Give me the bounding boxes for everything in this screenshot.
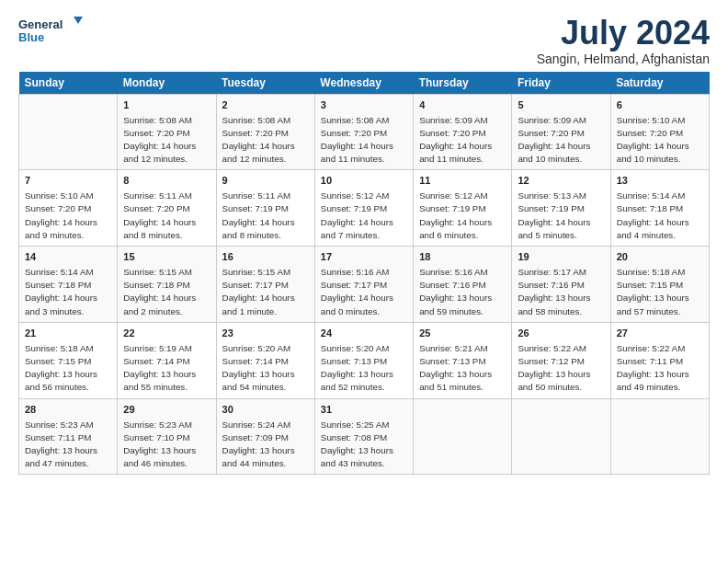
logo-svg: General Blue bbox=[18, 15, 83, 48]
week-row-4: 21Sunrise: 5:18 AM Sunset: 7:15 PM Dayli… bbox=[19, 322, 710, 398]
main-title: July 2024 bbox=[537, 15, 710, 52]
calendar-cell bbox=[19, 94, 118, 170]
day-info: Sunrise: 5:12 AM Sunset: 7:19 PM Dayligh… bbox=[419, 190, 506, 242]
calendar-cell: 13Sunrise: 5:14 AM Sunset: 7:18 PM Dayli… bbox=[610, 170, 709, 247]
day-info: Sunrise: 5:22 AM Sunset: 7:12 PM Dayligh… bbox=[518, 342, 604, 395]
week-row-2: 7Sunrise: 5:10 AM Sunset: 7:20 PM Daylig… bbox=[19, 170, 710, 247]
calendar-cell: 3Sunrise: 5:08 AM Sunset: 7:20 PM Daylig… bbox=[314, 94, 413, 170]
calendar-cell: 19Sunrise: 5:17 AM Sunset: 7:16 PM Dayli… bbox=[512, 247, 610, 323]
day-info: Sunrise: 5:12 AM Sunset: 7:19 PM Dayligh… bbox=[321, 190, 407, 242]
calendar-cell: 25Sunrise: 5:21 AM Sunset: 7:13 PM Dayli… bbox=[414, 322, 512, 398]
day-number: 14 bbox=[25, 250, 111, 265]
header: General Blue July 2024 Sangin, Helmand, … bbox=[18, 15, 710, 66]
week-row-5: 28Sunrise: 5:23 AM Sunset: 7:11 PM Dayli… bbox=[19, 398, 710, 475]
day-number: 17 bbox=[321, 250, 407, 265]
week-row-3: 14Sunrise: 5:14 AM Sunset: 7:18 PM Dayli… bbox=[19, 247, 710, 323]
title-block: July 2024 Sangin, Helmand, Afghanistan bbox=[537, 15, 710, 66]
calendar-cell: 8Sunrise: 5:11 AM Sunset: 7:20 PM Daylig… bbox=[118, 170, 216, 247]
day-info: Sunrise: 5:11 AM Sunset: 7:20 PM Dayligh… bbox=[123, 190, 210, 242]
day-number: 27 bbox=[617, 327, 703, 341]
calendar-cell: 4Sunrise: 5:09 AM Sunset: 7:20 PM Daylig… bbox=[414, 94, 512, 170]
day-number: 13 bbox=[617, 174, 703, 189]
day-info: Sunrise: 5:08 AM Sunset: 7:20 PM Dayligh… bbox=[123, 114, 210, 167]
calendar-cell: 17Sunrise: 5:16 AM Sunset: 7:17 PM Dayli… bbox=[314, 247, 413, 323]
calendar-body: 1Sunrise: 5:08 AM Sunset: 7:20 PM Daylig… bbox=[19, 94, 710, 475]
day-number: 3 bbox=[321, 98, 407, 113]
day-number: 15 bbox=[123, 250, 210, 265]
day-info: Sunrise: 5:20 AM Sunset: 7:13 PM Dayligh… bbox=[321, 342, 407, 395]
calendar-cell: 22Sunrise: 5:19 AM Sunset: 7:14 PM Dayli… bbox=[118, 322, 216, 398]
day-info: Sunrise: 5:15 AM Sunset: 7:18 PM Dayligh… bbox=[123, 266, 210, 318]
day-info: Sunrise: 5:18 AM Sunset: 7:15 PM Dayligh… bbox=[25, 342, 111, 395]
svg-marker-2 bbox=[74, 17, 83, 24]
calendar-cell: 6Sunrise: 5:10 AM Sunset: 7:20 PM Daylig… bbox=[610, 94, 709, 170]
day-number: 10 bbox=[321, 174, 407, 189]
day-number: 1 bbox=[123, 98, 210, 113]
day-number: 12 bbox=[518, 174, 604, 189]
day-number: 19 bbox=[518, 250, 604, 265]
day-number: 24 bbox=[321, 327, 407, 341]
calendar-cell: 15Sunrise: 5:15 AM Sunset: 7:18 PM Dayli… bbox=[118, 247, 216, 323]
header-monday: Monday bbox=[118, 72, 216, 95]
calendar-cell: 30Sunrise: 5:24 AM Sunset: 7:09 PM Dayli… bbox=[216, 398, 314, 475]
day-number: 28 bbox=[25, 403, 111, 418]
day-number: 31 bbox=[321, 403, 407, 418]
day-info: Sunrise: 5:22 AM Sunset: 7:11 PM Dayligh… bbox=[617, 342, 703, 395]
subtitle: Sangin, Helmand, Afghanistan bbox=[537, 52, 710, 66]
day-number: 9 bbox=[222, 174, 309, 189]
day-number: 6 bbox=[617, 98, 703, 113]
calendar-header-row: SundayMondayTuesdayWednesdayThursdayFrid… bbox=[19, 72, 710, 95]
header-tuesday: Tuesday bbox=[216, 72, 314, 95]
calendar-cell: 28Sunrise: 5:23 AM Sunset: 7:11 PM Dayli… bbox=[19, 398, 118, 475]
day-number: 23 bbox=[222, 327, 309, 341]
day-info: Sunrise: 5:21 AM Sunset: 7:13 PM Dayligh… bbox=[419, 342, 506, 395]
day-info: Sunrise: 5:23 AM Sunset: 7:11 PM Dayligh… bbox=[25, 419, 111, 471]
day-number: 7 bbox=[25, 174, 111, 189]
calendar-cell: 5Sunrise: 5:09 AM Sunset: 7:20 PM Daylig… bbox=[512, 94, 610, 170]
day-number: 8 bbox=[123, 174, 210, 189]
day-info: Sunrise: 5:14 AM Sunset: 7:18 PM Dayligh… bbox=[25, 266, 111, 318]
calendar-cell: 26Sunrise: 5:22 AM Sunset: 7:12 PM Dayli… bbox=[512, 322, 610, 398]
day-number: 18 bbox=[419, 250, 506, 265]
header-friday: Friday bbox=[512, 72, 610, 95]
day-info: Sunrise: 5:15 AM Sunset: 7:17 PM Dayligh… bbox=[222, 266, 309, 318]
day-info: Sunrise: 5:16 AM Sunset: 7:16 PM Dayligh… bbox=[419, 266, 506, 318]
day-info: Sunrise: 5:08 AM Sunset: 7:20 PM Dayligh… bbox=[222, 114, 309, 167]
day-number: 11 bbox=[419, 174, 506, 189]
day-number: 22 bbox=[123, 327, 210, 341]
day-info: Sunrise: 5:24 AM Sunset: 7:09 PM Dayligh… bbox=[222, 419, 309, 471]
day-number: 20 bbox=[617, 250, 703, 265]
day-number: 16 bbox=[222, 250, 309, 265]
calendar-cell: 2Sunrise: 5:08 AM Sunset: 7:20 PM Daylig… bbox=[216, 94, 314, 170]
calendar-cell bbox=[414, 398, 512, 475]
calendar-cell: 9Sunrise: 5:11 AM Sunset: 7:19 PM Daylig… bbox=[216, 170, 314, 247]
day-info: Sunrise: 5:23 AM Sunset: 7:10 PM Dayligh… bbox=[123, 419, 210, 471]
calendar-cell: 31Sunrise: 5:25 AM Sunset: 7:08 PM Dayli… bbox=[314, 398, 413, 475]
calendar-cell: 23Sunrise: 5:20 AM Sunset: 7:14 PM Dayli… bbox=[216, 322, 314, 398]
day-number: 29 bbox=[123, 403, 210, 418]
day-number: 5 bbox=[518, 98, 604, 113]
day-info: Sunrise: 5:17 AM Sunset: 7:16 PM Dayligh… bbox=[518, 266, 604, 318]
day-info: Sunrise: 5:10 AM Sunset: 7:20 PM Dayligh… bbox=[617, 114, 703, 167]
svg-text:General: General bbox=[18, 17, 63, 31]
day-info: Sunrise: 5:16 AM Sunset: 7:17 PM Dayligh… bbox=[321, 266, 407, 318]
day-number: 30 bbox=[222, 403, 309, 418]
calendar-cell: 16Sunrise: 5:15 AM Sunset: 7:17 PM Dayli… bbox=[216, 247, 314, 323]
day-info: Sunrise: 5:14 AM Sunset: 7:18 PM Dayligh… bbox=[617, 190, 703, 242]
calendar-cell: 27Sunrise: 5:22 AM Sunset: 7:11 PM Dayli… bbox=[610, 322, 709, 398]
day-info: Sunrise: 5:19 AM Sunset: 7:14 PM Dayligh… bbox=[123, 342, 210, 395]
calendar-cell: 10Sunrise: 5:12 AM Sunset: 7:19 PM Dayli… bbox=[314, 170, 413, 247]
svg-text:Blue: Blue bbox=[18, 30, 44, 44]
day-info: Sunrise: 5:18 AM Sunset: 7:15 PM Dayligh… bbox=[617, 266, 703, 318]
calendar-cell: 14Sunrise: 5:14 AM Sunset: 7:18 PM Dayli… bbox=[19, 247, 118, 323]
header-saturday: Saturday bbox=[610, 72, 709, 95]
header-thursday: Thursday bbox=[414, 72, 512, 95]
week-row-1: 1Sunrise: 5:08 AM Sunset: 7:20 PM Daylig… bbox=[19, 94, 710, 170]
calendar-cell: 11Sunrise: 5:12 AM Sunset: 7:19 PM Dayli… bbox=[414, 170, 512, 247]
day-number: 21 bbox=[25, 327, 111, 341]
calendar-cell: 24Sunrise: 5:20 AM Sunset: 7:13 PM Dayli… bbox=[314, 322, 413, 398]
calendar-cell bbox=[512, 398, 610, 475]
logo: General Blue bbox=[18, 15, 83, 48]
header-wednesday: Wednesday bbox=[314, 72, 413, 95]
calendar-table: SundayMondayTuesdayWednesdayThursdayFrid… bbox=[18, 72, 710, 476]
